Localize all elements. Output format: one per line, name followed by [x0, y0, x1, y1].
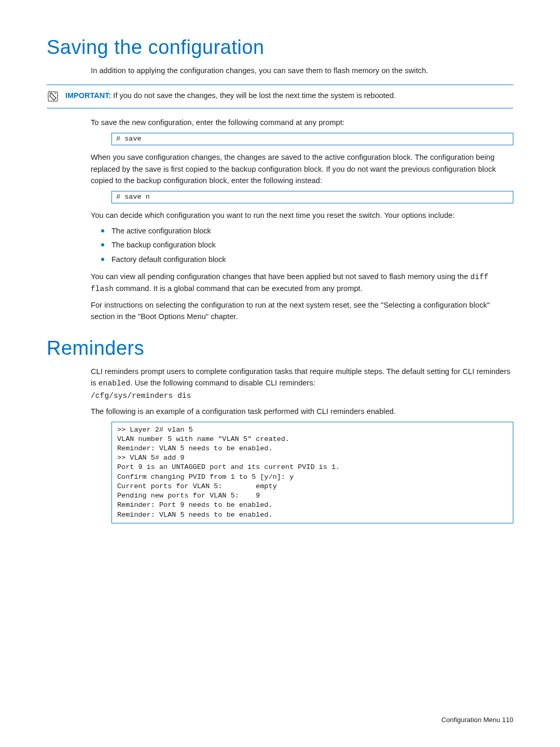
- important-callout: IMPORTANT: If you do not save the change…: [47, 85, 513, 108]
- options-intro: You can decide which configuration you w…: [91, 210, 513, 221]
- disable-cmd: /cfg/sys/reminders dis: [91, 392, 191, 400]
- save-intro: To save the new configuration, enter the…: [91, 117, 513, 128]
- reminders-intro-2: . Use the following command to disable C…: [130, 379, 315, 387]
- example-intro: The following is an example of a configu…: [91, 406, 513, 417]
- svg-rect-0: [48, 92, 58, 101]
- list-item: Factory default configuration block: [91, 254, 513, 266]
- page-footer: Configuration Menu 110: [441, 716, 513, 724]
- important-body: If you do not save the changes, they wil…: [111, 91, 396, 100]
- enabled-code: enabled: [99, 379, 131, 388]
- heading-reminders: Reminders: [47, 337, 513, 359]
- heading-saving-config: Saving the configuration: [47, 36, 513, 59]
- list-item: The active configuration block: [91, 225, 513, 237]
- list-item: The backup configuration block: [91, 239, 513, 251]
- important-label: IMPORTANT:: [65, 91, 111, 100]
- code-example-block: >> Layer 2# vlan 5 VLAN number 5 with na…: [111, 422, 513, 523]
- important-text: IMPORTANT: If you do not save the change…: [65, 90, 396, 102]
- after-save-paragraph: When you save configuration changes, the…: [91, 151, 513, 186]
- options-list: The active configuration block The backu…: [91, 225, 513, 266]
- diff-flash-paragraph: You can view all pending configuration c…: [91, 271, 513, 295]
- instructions-paragraph: For instructions on selecting the config…: [91, 299, 513, 323]
- note-icon: [47, 90, 59, 103]
- reminders-intro: CLI reminders prompt users to complete c…: [91, 366, 513, 402]
- code-save-n: # save n: [111, 191, 513, 203]
- intro-paragraph: In addition to applying the configuratio…: [91, 65, 513, 76]
- svg-point-1: [55, 93, 56, 94]
- diff-text-2: command. It is a global command that can…: [114, 284, 362, 293]
- code-save: # save: [111, 133, 513, 145]
- diff-text-1: You can view all pending configuration c…: [91, 272, 470, 281]
